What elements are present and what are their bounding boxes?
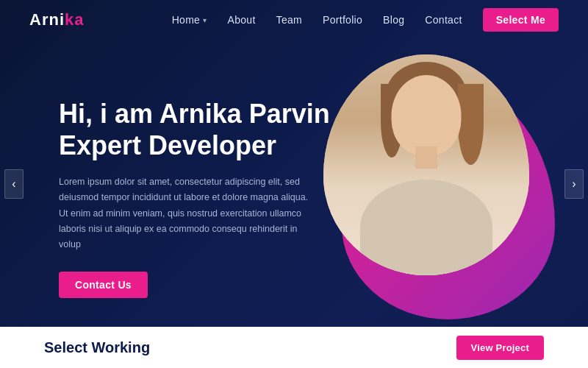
nav-item-portfolio[interactable]: Portfolio [323,13,362,26]
nav-portfolio-link[interactable]: Portfolio [323,14,362,26]
nav-home-link[interactable]: Home ▾ [172,14,207,26]
contact-us-button[interactable]: Contact Us [59,272,148,298]
next-slide-button[interactable]: › [564,169,584,199]
hero-description: Lorem ipsum dolor sit amet, consectetur … [59,174,309,252]
nav-item-contact[interactable]: Contact [425,13,462,26]
select-me-button[interactable]: Select Me [483,8,559,32]
portrait-face [392,75,462,156]
right-arrow-icon: › [572,177,576,191]
hero-photo [323,54,529,275]
portrait-hair-side-right [458,84,484,165]
logo-part2: ka [65,10,84,29]
nav-item-home[interactable]: Home ▾ [172,14,207,26]
prev-slide-button[interactable]: ‹ [4,169,24,199]
hero-image-wrapper [316,47,544,312]
hero-section: Hi, i am Arnika Parvin Expert Developer … [0,40,588,327]
navbar: Arnika Home ▾ About Team Portfolio Blog … [0,0,588,40]
nav-menu: Home ▾ About Team Portfolio Blog Contact… [172,8,559,32]
portrait-body [360,180,492,275]
left-arrow-icon: ‹ [12,177,15,191]
dropdown-arrow-icon: ▾ [203,16,207,24]
nav-contact-link[interactable]: Contact [425,14,462,26]
nav-item-team[interactable]: Team [276,13,302,26]
logo-part1: Arni [29,10,65,29]
portrait-background [323,54,529,275]
view-project-button[interactable]: View Project [456,336,544,360]
bottom-bar: Select Working View Project [0,327,588,368]
bottom-bar-title: Select Working [44,339,150,356]
nav-team-link[interactable]: Team [276,14,302,26]
nav-about-link[interactable]: About [228,14,256,26]
nav-blog-link[interactable]: Blog [383,14,404,26]
nav-select-me-item[interactable]: Select Me [483,8,559,32]
logo: Arnika [29,10,84,29]
nav-item-blog[interactable]: Blog [383,13,404,26]
nav-item-about[interactable]: About [228,13,256,26]
portrait-neck [415,146,437,169]
